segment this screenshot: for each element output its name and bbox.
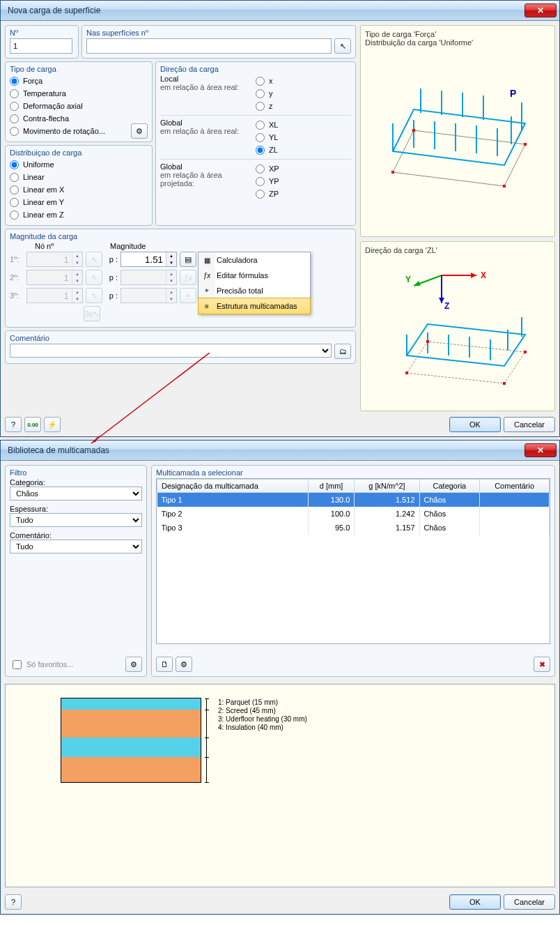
mag1-menu-button[interactable]: ▤ bbox=[180, 252, 196, 267]
svg-text:Y: Y bbox=[405, 275, 411, 284]
menu-calculator[interactable]: ▦Calculadora bbox=[199, 252, 310, 268]
menu-edit-formulas[interactable]: ƒxEditar fórmulas bbox=[199, 268, 310, 283]
favorites-checkbox[interactable] bbox=[13, 660, 22, 669]
ok-button2[interactable]: OK bbox=[449, 894, 501, 910]
table-row[interactable]: Tipo 1 130.0 1.512 Chãos bbox=[157, 493, 550, 507]
radio-temperature[interactable] bbox=[10, 89, 19, 98]
radio-dir-xl[interactable] bbox=[256, 121, 265, 130]
radio-dir-z[interactable] bbox=[256, 102, 265, 111]
layer-preview: 1: Parquet (15 mm) 2: Screed (45 mm) 3: … bbox=[5, 684, 555, 887]
svg-marker-20 bbox=[471, 273, 476, 278]
surfaces-input[interactable] bbox=[86, 38, 332, 54]
radio-axial[interactable] bbox=[10, 102, 19, 111]
preview-dir-svg: X Y Z bbox=[365, 254, 546, 401]
pick-node3-button: ↖ bbox=[86, 288, 102, 303]
load-type-label: Tipo de carga bbox=[10, 65, 148, 73]
surfaces-label: Nas superfícies nº bbox=[86, 29, 351, 37]
settings-button[interactable]: ⚡ bbox=[44, 417, 61, 432]
radio-dir-yl[interactable] bbox=[256, 133, 265, 142]
comment-library-button[interactable]: 🗂 bbox=[334, 344, 351, 359]
radio-dir-yp[interactable] bbox=[256, 177, 265, 186]
help-button2[interactable]: ? bbox=[5, 894, 22, 910]
comment-combo[interactable] bbox=[10, 344, 332, 358]
svg-text:Z: Z bbox=[444, 301, 449, 311]
new-button[interactable]: 🗋 bbox=[156, 657, 173, 672]
radio-axial-label: Deformação axial bbox=[23, 102, 83, 110]
menu-multilayer[interactable]: ≡Estrutura multicamadas bbox=[198, 298, 311, 314]
rotation-settings-button[interactable]: ⚙ bbox=[131, 123, 148, 139]
titlebar: Nova carga de superfície ✕ bbox=[1, 1, 559, 21]
svg-rect-17 bbox=[412, 129, 415, 132]
preview-direction: Direção da carga 'ZL' X Y Z bbox=[360, 241, 555, 411]
layer-label: 2: Screed (45 mm) bbox=[218, 707, 307, 715]
mag3-menu-button: ⌖ bbox=[180, 288, 196, 303]
layer-label: 4: Insulation (40 mm) bbox=[218, 724, 307, 732]
table-row[interactable]: Tipo 2 100.0 1.242 Chãos bbox=[157, 507, 550, 521]
radio-dir-x[interactable] bbox=[256, 77, 265, 86]
layer-label: 1: Parquet (15 mm) bbox=[218, 698, 307, 707]
svg-marker-0 bbox=[393, 130, 525, 186]
radio-dir-y[interactable] bbox=[256, 89, 265, 98]
radio-dir-zl[interactable] bbox=[256, 146, 265, 155]
cancel-button[interactable]: Cancelar bbox=[504, 417, 555, 432]
radio-linear[interactable] bbox=[10, 173, 19, 182]
radio-camber[interactable] bbox=[10, 114, 19, 123]
radio-temperature-label: Temperatura bbox=[23, 89, 66, 98]
dialog-surface-load: Nova carga de superfície ✕ Nº Nas superf… bbox=[0, 0, 560, 437]
node2-input bbox=[27, 270, 72, 284]
svg-rect-38 bbox=[503, 382, 506, 385]
radio-rotation[interactable] bbox=[10, 127, 19, 136]
close-button[interactable]: ✕ bbox=[524, 3, 557, 17]
ok-button[interactable]: OK bbox=[449, 417, 501, 432]
preview-load-svg: P bbox=[365, 47, 546, 214]
radio-linear-x[interactable] bbox=[10, 185, 19, 194]
radio-linear-z[interactable] bbox=[10, 211, 19, 220]
svg-marker-1 bbox=[393, 109, 525, 165]
favorites-settings-button[interactable]: ⚙ bbox=[125, 657, 142, 672]
delete-button[interactable]: ✖ bbox=[534, 657, 550, 672]
radio-dir-xp[interactable] bbox=[256, 165, 265, 174]
radio-uniform[interactable] bbox=[10, 160, 19, 169]
thickness-combo[interactable]: Tudo bbox=[10, 513, 142, 527]
close-button2[interactable]: ✕ bbox=[524, 443, 557, 457]
radio-dir-zp[interactable] bbox=[256, 190, 265, 199]
multilayer-table[interactable]: Designação da multicamada d [mm] g [kN/m… bbox=[157, 479, 550, 535]
units-button[interactable]: 0.00 bbox=[24, 417, 41, 432]
edit-library-button[interactable]: ⚙ bbox=[176, 657, 192, 672]
pick3-button: 3x↖ bbox=[84, 306, 100, 321]
comment-filter-combo[interactable]: Tudo bbox=[10, 540, 142, 553]
layer bbox=[61, 757, 201, 782]
magnitude-label: Magnitude da carga bbox=[10, 232, 351, 240]
cancel-button2[interactable]: Cancelar bbox=[504, 894, 555, 910]
mag2-input bbox=[121, 270, 166, 284]
svg-rect-16 bbox=[524, 143, 527, 146]
category-combo[interactable]: Chãos bbox=[10, 487, 142, 500]
num-input[interactable] bbox=[10, 38, 72, 54]
menu-full-precision[interactable]: ⌖Precisão total bbox=[199, 283, 310, 298]
svg-marker-26 bbox=[439, 298, 444, 303]
svg-text:X: X bbox=[481, 270, 486, 280]
fx-icon: ƒx bbox=[201, 270, 212, 281]
radio-rotation-label: Movimento de rotação... bbox=[23, 127, 105, 135]
mag1-input[interactable] bbox=[121, 252, 166, 266]
node1-input bbox=[27, 252, 72, 266]
titlebar2: Biblioteca de multicamadas ✕ bbox=[1, 441, 559, 461]
filter-label: Filtro bbox=[10, 468, 142, 477]
svg-rect-39 bbox=[524, 351, 527, 353]
comment-label: Comentário bbox=[10, 334, 351, 342]
radio-linear-y[interactable] bbox=[10, 198, 19, 207]
dialog-multilayer-library: Biblioteca de multicamadas ✕ Filtro Cate… bbox=[0, 440, 560, 915]
svg-marker-23 bbox=[414, 281, 421, 286]
help-button[interactable]: ? bbox=[5, 417, 22, 432]
layers-icon: ≡ bbox=[201, 300, 212, 312]
svg-rect-14 bbox=[391, 171, 394, 174]
window-title: Nova carga de superfície bbox=[8, 6, 524, 15]
mag3-input bbox=[121, 289, 166, 303]
layer bbox=[61, 710, 201, 737]
radio-force[interactable] bbox=[10, 77, 19, 86]
pick-node1-button: ↖ bbox=[86, 252, 102, 267]
dist-label: Distribuiçao de carga bbox=[10, 148, 148, 157]
table-row[interactable]: Tipo 3 95.0 1.157 Chãos bbox=[157, 521, 550, 535]
svg-rect-37 bbox=[405, 372, 408, 374]
pick-surfaces-button[interactable]: ↖ bbox=[334, 38, 351, 54]
